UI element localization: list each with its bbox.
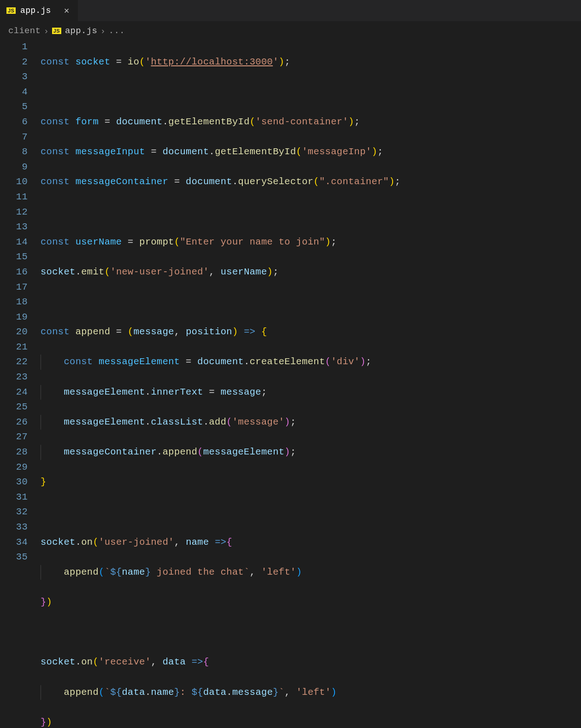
line-number: 10: [0, 175, 28, 190]
code-line[interactable]: const userName = prompt("Enter your name…: [41, 235, 581, 250]
code-line[interactable]: messageElement.innerText = message;: [41, 385, 581, 400]
code-line[interactable]: const socket = io('http://localhost:3000…: [41, 55, 581, 70]
line-number: 17: [0, 280, 28, 295]
chevron-right-icon: ›: [45, 26, 48, 36]
breadcrumb[interactable]: client › JS app.js › ...: [0, 21, 581, 40]
line-number: 28: [0, 445, 28, 460]
js-file-icon: JS: [52, 28, 61, 34]
code-line[interactable]: [41, 85, 581, 100]
line-number: 8: [0, 145, 28, 160]
line-number: 12: [0, 205, 28, 220]
line-number: 27: [0, 430, 28, 445]
breadcrumb-file[interactable]: JS app.js: [52, 26, 97, 36]
line-number: 7: [0, 130, 28, 145]
code-line[interactable]: append(`${data.name}: ${data.message}`, …: [41, 685, 581, 700]
line-number-gutter: 1 2 3 4 5 6 7 8 9 10 11 12 13 14 15 16 1…: [0, 40, 41, 728]
code-line[interactable]: const messageContainer = document.queryS…: [41, 175, 581, 190]
line-number: 20: [0, 325, 28, 340]
line-number: 11: [0, 190, 28, 205]
code-line[interactable]: const messageElement = document.createEl…: [41, 355, 581, 370]
line-number: 14: [0, 235, 28, 250]
code-line[interactable]: }: [41, 475, 581, 490]
line-number: 25: [0, 400, 28, 415]
line-number: 23: [0, 370, 28, 385]
code-line[interactable]: socket.emit('new-user-joined', userName)…: [41, 265, 581, 280]
line-number: 16: [0, 265, 28, 280]
code-line[interactable]: const append = (message, position) => {: [41, 325, 581, 340]
code-line[interactable]: messageElement.classList.add('message');: [41, 415, 581, 430]
line-number: 2: [0, 55, 28, 70]
code-line[interactable]: messageContainer.append(messageElement);: [41, 445, 581, 460]
code-editor[interactable]: 1 2 3 4 5 6 7 8 9 10 11 12 13 14 15 16 1…: [0, 40, 581, 728]
code-line[interactable]: [41, 295, 581, 310]
code-line[interactable]: [41, 505, 581, 520]
code-line[interactable]: [41, 625, 581, 640]
line-number: 19: [0, 310, 28, 325]
line-number: 34: [0, 535, 28, 550]
editor-tab-appjs[interactable]: JS app.js ×: [0, 0, 78, 21]
line-number: 29: [0, 460, 28, 475]
line-number: 33: [0, 520, 28, 535]
line-number: 26: [0, 415, 28, 430]
code-line[interactable]: const messageInput = document.getElement…: [41, 145, 581, 160]
code-line[interactable]: socket.on('receive', data =>{: [41, 655, 581, 670]
chevron-right-icon: ›: [101, 26, 105, 36]
line-number: 15: [0, 250, 28, 265]
code-line[interactable]: socket.on('user-joined', name =>{: [41, 535, 581, 550]
line-number: 22: [0, 355, 28, 370]
breadcrumb-folder[interactable]: client: [8, 26, 41, 36]
breadcrumb-file-label: app.js: [65, 26, 97, 36]
code-area[interactable]: const socket = io('http://localhost:3000…: [41, 40, 581, 728]
line-number: 24: [0, 385, 28, 400]
line-number: 1: [0, 40, 28, 55]
line-number: 31: [0, 490, 28, 505]
line-number: 5: [0, 99, 28, 115]
line-number: 4: [0, 85, 28, 100]
line-number: 13: [0, 220, 28, 235]
close-icon[interactable]: ×: [62, 6, 71, 16]
line-number: 9: [0, 160, 28, 175]
line-number: 21: [0, 340, 28, 355]
line-number: 6: [0, 115, 28, 130]
code-line[interactable]: }): [41, 715, 581, 728]
code-line[interactable]: [41, 205, 581, 220]
line-number: 35: [0, 550, 28, 565]
tab-filename: app.js: [20, 6, 51, 15]
line-number: 3: [0, 70, 28, 85]
breadcrumb-symbol[interactable]: ...: [109, 26, 125, 36]
code-line[interactable]: const form = document.getElementById('se…: [41, 115, 581, 130]
line-number: 18: [0, 295, 28, 310]
tab-bar: JS app.js ×: [0, 0, 581, 21]
line-number: 30: [0, 475, 28, 490]
code-line[interactable]: }): [41, 595, 581, 610]
line-number: 32: [0, 505, 28, 520]
js-file-icon: JS: [6, 7, 16, 14]
code-line[interactable]: append(`${name} joined the chat`, 'left'…: [41, 565, 581, 580]
